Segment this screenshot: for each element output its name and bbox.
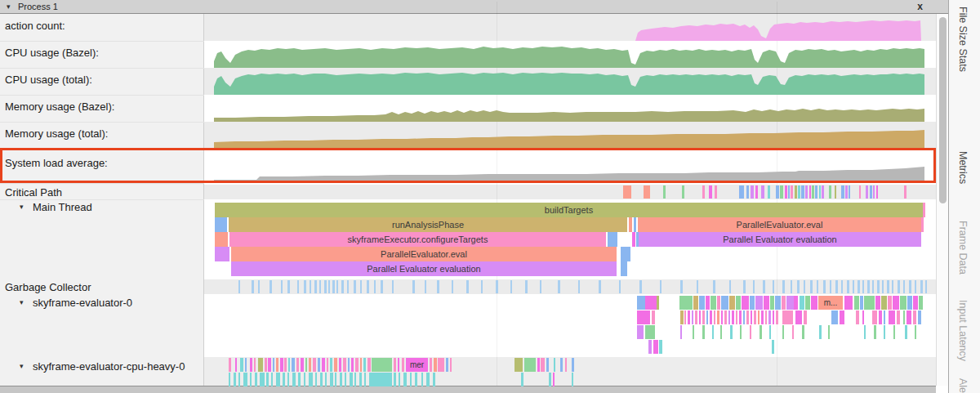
critical-path-event[interactable] — [812, 185, 814, 199]
trace-slice[interactable] — [340, 373, 342, 386]
trace-slice[interactable]: ParallelEvaluator.eval — [231, 247, 617, 261]
trace-slice[interactable] — [776, 310, 778, 324]
trace-slice[interactable] — [301, 358, 304, 372]
gc-event[interactable] — [729, 280, 731, 293]
trace-slice[interactable] — [280, 358, 283, 372]
trace-slice[interactable] — [828, 325, 830, 339]
critical-path-event[interactable] — [644, 185, 650, 199]
trace-slice[interactable]: Parallel Evaluator evaluation — [639, 232, 921, 247]
trace-slice[interactable] — [637, 310, 650, 324]
gc-event[interactable] — [481, 280, 483, 293]
trace-slice[interactable] — [359, 373, 362, 386]
trace-slice[interactable] — [782, 296, 786, 310]
gc-event[interactable] — [328, 280, 330, 293]
critical-path-event[interactable] — [776, 185, 779, 199]
trace-slice[interactable] — [433, 373, 435, 386]
vertical-scrollbar[interactable] — [936, 14, 948, 386]
trace-slice[interactable] — [844, 296, 853, 310]
trace-slice[interactable] — [695, 310, 697, 324]
trace-slice[interactable] — [546, 358, 549, 372]
gc-event[interactable] — [925, 280, 927, 293]
trace-slice[interactable] — [811, 296, 817, 310]
gc-event[interactable] — [847, 280, 849, 293]
trace-slice[interactable] — [215, 217, 227, 232]
trace-slice[interactable] — [410, 373, 412, 386]
trace-slice[interactable] — [900, 296, 906, 310]
trace-slice[interactable] — [786, 296, 794, 310]
critical-path-event[interactable] — [768, 185, 770, 199]
gc-event[interactable] — [452, 280, 453, 293]
trace-slice[interactable] — [712, 325, 714, 339]
critical-path-event[interactable] — [904, 185, 906, 199]
trace-slice[interactable] — [679, 296, 693, 310]
trace-slice[interactable] — [795, 310, 802, 324]
gc-event[interactable] — [804, 280, 805, 293]
trace-slice[interactable] — [768, 310, 771, 324]
trace-slice[interactable] — [680, 325, 682, 339]
critical-path-event[interactable] — [815, 185, 817, 199]
memory-usage-total-chart[interactable] — [211, 122, 936, 149]
critical-path-event[interactable] — [845, 185, 848, 199]
trace-slice[interactable] — [706, 296, 710, 310]
trace-slice[interactable] — [430, 358, 432, 372]
trace-slice[interactable] — [659, 340, 662, 354]
gc-event[interactable] — [882, 280, 884, 293]
trace-slice[interactable]: Parallel Evaluator evaluation — [231, 261, 617, 276]
trace-slice[interactable] — [693, 325, 694, 339]
trace-slice[interactable] — [755, 296, 763, 310]
gc-event[interactable] — [270, 280, 272, 293]
gc-event[interactable] — [496, 280, 498, 293]
trace-slice[interactable] — [434, 358, 437, 372]
critical-path-event[interactable] — [801, 185, 804, 199]
trace-slice[interactable] — [769, 325, 771, 339]
critical-path-event[interactable] — [623, 185, 631, 199]
gc-event[interactable] — [791, 280, 792, 293]
trace-slice[interactable] — [215, 247, 229, 261]
trace-slice[interactable] — [572, 358, 574, 372]
trace-slice[interactable] — [320, 373, 323, 386]
trace-slice[interactable] — [394, 358, 396, 372]
trace-slice[interactable] — [363, 358, 366, 372]
trace-slice[interactable] — [369, 373, 392, 386]
trace-slice[interactable] — [758, 310, 760, 324]
trace-slice[interactable] — [794, 296, 798, 310]
trace-slice[interactable] — [521, 373, 523, 386]
trace-slice[interactable] — [351, 358, 354, 372]
critical-path-event[interactable] — [739, 185, 744, 199]
trace-slice[interactable] — [921, 217, 924, 232]
critical-path-event[interactable] — [809, 185, 811, 199]
gc-event[interactable] — [915, 280, 916, 293]
trace-slice[interactable] — [893, 325, 895, 339]
trace-slice[interactable] — [287, 373, 289, 386]
process-header[interactable]: ▾ Process 1 x — [0, 0, 936, 14]
gc-event[interactable] — [713, 280, 715, 293]
trace-slice[interactable] — [792, 325, 794, 339]
gc-event[interactable] — [332, 280, 335, 293]
trace-slice[interactable] — [893, 296, 899, 310]
horizontal-scrollbar[interactable] — [0, 386, 936, 393]
gc-event[interactable] — [314, 280, 317, 293]
trace-slice[interactable] — [318, 358, 320, 372]
critical-path-event[interactable] — [870, 185, 872, 199]
trace-slice[interactable]: buildTargets — [215, 203, 923, 217]
critical-path-event[interactable] — [876, 185, 878, 199]
gc-event[interactable] — [797, 280, 800, 293]
trace-slice[interactable] — [309, 358, 311, 372]
trace-slice[interactable] — [918, 310, 921, 324]
trace-slice[interactable] — [923, 203, 925, 217]
trace-slice[interactable] — [720, 325, 722, 339]
trace-slice[interactable] — [364, 373, 366, 386]
trace-slice[interactable] — [860, 296, 863, 310]
trace-slice[interactable] — [751, 310, 752, 324]
action-count-chart[interactable] — [211, 14, 936, 41]
system-load-average-chart[interactable] — [211, 149, 936, 183]
critical-path-event[interactable] — [822, 185, 824, 199]
trace-slice[interactable]: m... — [818, 296, 843, 310]
sidebar-tab-metrics[interactable]: Metrics — [957, 151, 969, 184]
trace-slice[interactable] — [283, 373, 285, 386]
trace-slice[interactable] — [350, 373, 353, 386]
trace-slice[interactable] — [354, 373, 356, 386]
sidebar-tab-alerts[interactable]: Alerts — [957, 378, 969, 393]
critical-path-event[interactable] — [785, 185, 787, 199]
gc-event[interactable] — [258, 280, 260, 293]
